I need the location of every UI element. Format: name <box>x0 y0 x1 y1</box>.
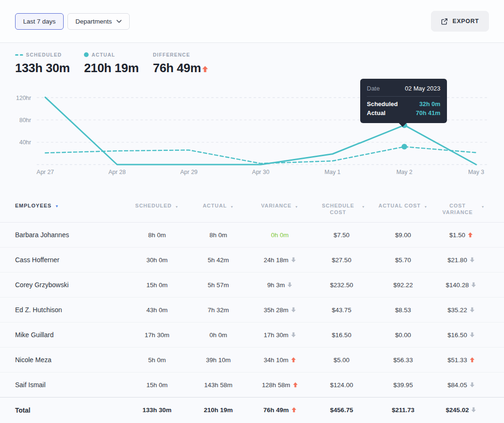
variance-hours: 9h 3m <box>249 282 311 289</box>
employees-table: EMPLOYEES ▼ SCHEDULED ▼ ACTUAL ▼ VARIANC… <box>0 195 504 423</box>
departments-dropdown[interactable]: Departments <box>67 13 130 30</box>
table-row: Saif Ismail15h 0m143h 58m128h 58m$124.00… <box>0 373 504 398</box>
sort-icon: ▼ <box>362 204 365 210</box>
table-row: Cass Hofferner30h 0m5h 42m24h 18m$27.50$… <box>0 248 504 273</box>
chart-tooltip: Date 02 May 2023 Scheduled 32h 0m Actual… <box>360 79 447 123</box>
actual-hours: 39h 10m <box>188 357 249 364</box>
table-body: Barbara Johannes8h 0m8h 0m0h 0m$7.50$9.0… <box>0 223 504 423</box>
variance-hours: 76h 49m <box>249 406 311 414</box>
export-label: EXPORT <box>453 18 479 25</box>
arrow-down-icon <box>470 257 475 263</box>
employee-name: Barbara Johannes <box>15 231 126 239</box>
stat-difference: DIFFERENCE 76h 49m <box>153 52 208 75</box>
tooltip-actual-value: 70h 41m <box>416 109 440 116</box>
schedule-cost: $7.50 <box>311 232 372 239</box>
sort-icon: ▼ <box>481 204 485 210</box>
variance-hours: 35h 28m <box>249 307 311 314</box>
stat-actual: ACTUAL 210h 19m <box>84 52 139 75</box>
arrow-down-icon <box>470 382 475 388</box>
actual-cost: $39.95 <box>372 382 434 389</box>
stat-actual-label: ACTUAL <box>91 52 115 58</box>
cost-variance: $140.28 <box>434 282 488 289</box>
schedule-cost: $27.50 <box>311 257 372 264</box>
arrow-down-icon <box>471 407 476 413</box>
export-button[interactable]: EXPORT <box>431 11 489 32</box>
actual-hours: 5h 42m <box>188 257 249 264</box>
scheduled-hours: 8h 0m <box>126 232 188 239</box>
svg-text:Apr 29: Apr 29 <box>180 169 198 175</box>
arrow-up-icon <box>470 357 475 363</box>
schedule-cost: $456.75 <box>311 406 372 414</box>
arrow-down-icon <box>470 307 475 313</box>
svg-text:May 3: May 3 <box>468 169 484 175</box>
column-header-employees[interactable]: EMPLOYEES ▼ <box>15 202 126 222</box>
cost-variance: $35.22 <box>434 307 488 314</box>
sort-icon: ▼ <box>175 204 179 210</box>
arrow-down-icon <box>291 257 296 263</box>
actual-cost: $211.73 <box>372 406 434 414</box>
tooltip-date-value: 02 May 2023 <box>405 85 440 92</box>
scheduled-legend-icon <box>15 54 23 56</box>
scheduled-hours: 5h 0m <box>126 357 188 364</box>
variance-hours: 0h 0m <box>249 232 311 239</box>
stat-scheduled-label: SCHEDULED <box>26 52 62 58</box>
arrow-up-icon <box>293 382 298 388</box>
schedule-cost: $5.00 <box>311 357 372 364</box>
cost-variance: $1.50 <box>434 232 488 239</box>
employee-name: Mike Guillard <box>15 331 126 339</box>
variance-hours: 34h 10m <box>249 357 311 364</box>
tooltip-actual-label: Actual <box>367 109 386 116</box>
arrow-up-icon <box>291 357 296 363</box>
scheduled-hours: 30h 0m <box>126 257 188 264</box>
scheduled-hours: 43h 0m <box>126 307 188 314</box>
actual-hours: 5h 57m <box>188 282 249 289</box>
employee-name: Corey Grzybowski <box>15 281 126 289</box>
column-header-cost-variance[interactable]: COST VARIANCE ▼ <box>434 202 488 222</box>
arrow-down-icon <box>291 332 296 338</box>
table-row: Mike Guillard17h 30m0h 0m17h 30m$16.50$0… <box>0 323 504 348</box>
employee-name: Saif Ismail <box>15 381 126 389</box>
actual-hours: 8h 0m <box>188 232 249 239</box>
actual-hours: 7h 32m <box>188 307 249 314</box>
column-header-schedule-cost[interactable]: SCHEDULE COST ▼ <box>311 202 372 222</box>
table-row: Corey Grzybowski15h 0m5h 57m9h 3m$232.50… <box>0 273 504 298</box>
variance-hours: 17h 30m <box>249 332 311 339</box>
column-header-actual[interactable]: ACTUAL ▼ <box>188 202 249 222</box>
svg-text:120hr: 120hr <box>16 95 31 101</box>
scheduled-hours: 15h 0m <box>126 282 188 289</box>
summary-stats: SCHEDULED 133h 30m ACTUAL 210h 19m DIFFE… <box>15 52 208 75</box>
column-header-scheduled[interactable]: SCHEDULED ▼ <box>126 202 188 222</box>
actual-legend-icon <box>84 52 89 57</box>
actual-hours: 143h 58m <box>188 382 249 389</box>
column-header-actual-cost[interactable]: ACTUAL COST ▼ <box>372 202 434 222</box>
svg-text:Apr 27: Apr 27 <box>37 169 54 175</box>
sort-icon: ▼ <box>230 204 234 210</box>
tooltip-date-label: Date <box>367 85 380 92</box>
period-filter-label: Last 7 days <box>23 18 56 25</box>
external-link-icon <box>441 18 448 25</box>
table-total-row: Total133h 30m210h 19m76h 49m$456.75$211.… <box>0 397 504 423</box>
schedule-cost: $16.50 <box>311 332 372 339</box>
tooltip-scheduled-value: 32h 0m <box>419 100 440 108</box>
arrow-up-icon <box>202 61 208 75</box>
cost-variance: $21.80 <box>434 257 488 264</box>
svg-text:Apr 30: Apr 30 <box>252 169 270 175</box>
sort-icon: ▼ <box>424 204 428 210</box>
tooltip-scheduled-label: Scheduled <box>367 100 398 108</box>
stat-difference-value: 76h 49m <box>153 61 201 75</box>
schedule-cost: $43.75 <box>311 307 372 314</box>
employee-name: Cass Hofferner <box>15 256 126 264</box>
sort-icon: ▼ <box>55 203 59 210</box>
column-header-variance[interactable]: VARIANCE ▼ <box>249 202 311 222</box>
actual-cost: $5.70 <box>372 257 434 264</box>
variance-hours: 128h 58m <box>249 382 311 389</box>
actual-cost: $92.22 <box>372 282 434 289</box>
arrow-up-icon <box>202 66 208 73</box>
table-row: Nicole Meza5h 0m39h 10m34h 10m$5.00$56.3… <box>0 348 504 373</box>
arrow-up-icon <box>468 232 473 238</box>
table-row: Ed Z. Hutchison43h 0m7h 32m35h 28m$43.75… <box>0 298 504 323</box>
svg-text:Apr 28: Apr 28 <box>108 169 126 175</box>
tooltip-divider <box>367 96 440 97</box>
cost-variance: $245.02 <box>434 406 488 414</box>
period-filter-button[interactable]: Last 7 days <box>15 13 64 30</box>
